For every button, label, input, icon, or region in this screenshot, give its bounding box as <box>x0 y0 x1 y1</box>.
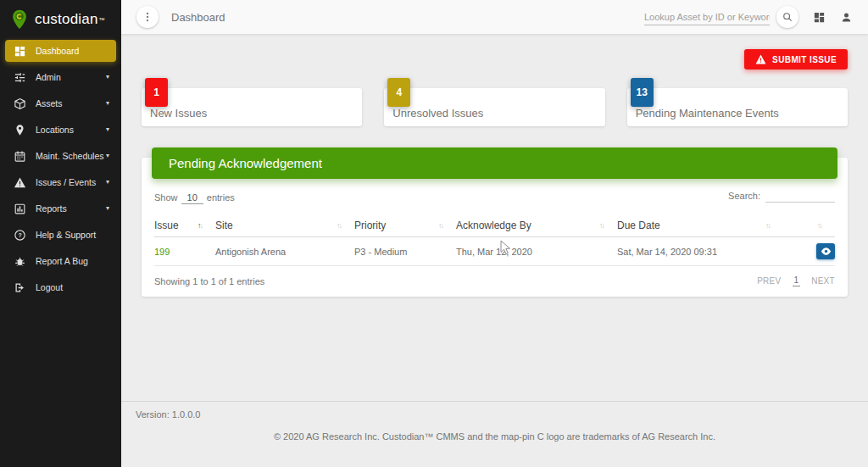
column-header-acknowledge-by[interactable]: Acknowledge By ↑↓ <box>456 214 617 237</box>
sidebar-item-admin[interactable]: Admin ▾ <box>5 66 116 88</box>
priority-cell: P3 - Medium <box>354 237 456 266</box>
chevron-down-icon: ▾ <box>106 74 109 81</box>
sidebar-item-report-bug[interactable]: Report A Bug <box>5 250 116 272</box>
sidebar-item-label: Reports <box>36 203 67 214</box>
column-header-due-date[interactable]: Due Date ↑↓ <box>617 214 783 237</box>
submit-issue-button[interactable]: SUBMIT ISSUE <box>744 49 848 69</box>
showing-entries-text: Showing 1 to 1 of 1 entries <box>154 276 264 286</box>
calendar-icon <box>13 149 26 163</box>
search-icon <box>782 11 793 23</box>
question-circle-icon: ? <box>13 228 26 242</box>
sidebar-item-label: Issues / Events <box>36 177 96 187</box>
sidebar-toggle-button[interactable] <box>136 6 159 28</box>
main-area: Dashboard <box>121 0 868 467</box>
sidebar-item-dashboard[interactable]: Dashboard <box>5 40 116 62</box>
table-search-input[interactable] <box>765 188 835 203</box>
stat-card-new-issues[interactable]: 1 New Issues <box>142 88 362 126</box>
sidebar-item-reports[interactable]: Reports ▾ <box>5 197 116 220</box>
table-controls: Show10entries Search: <box>154 188 835 203</box>
table-header-row: Issue ↑↓ Site ↑↓ Priority ↑↓ <box>154 214 835 237</box>
pagination-prev[interactable]: PREV <box>757 276 781 286</box>
submit-row: SUBMIT ISSUE <box>142 49 848 69</box>
stat-card-pending-maintenance[interactable]: 13 Pending Maintenance Events <box>627 88 848 126</box>
show-label: Show <box>154 192 178 203</box>
asset-search-input[interactable] <box>644 9 770 25</box>
table-row: 199 Antigonish Arena P3 - Medium Thu, Ma… <box>154 237 835 266</box>
table-footer: Showing 1 to 1 of 1 entries PREV 1 NEXT <box>154 275 835 286</box>
chevron-down-icon: ▾ <box>106 205 109 212</box>
panel-title: Pending Acknowledgement <box>152 147 837 179</box>
sidebar-item-help-support[interactable]: ? Help & Support <box>5 224 116 246</box>
stat-card-unresolved-issues[interactable]: 4 Unresolved Issues <box>384 88 604 126</box>
page-length-select[interactable]: 10 <box>181 192 203 204</box>
map-pin-icon <box>13 123 26 136</box>
sidebar-item-label: Report A Bug <box>36 256 88 266</box>
copyright-text: © 2020 AG Research Inc. Custodian™ CMMS … <box>121 431 868 442</box>
sliders-icon <box>13 70 26 84</box>
table-search-control: Search: <box>728 188 835 203</box>
issue-id-link[interactable]: 199 <box>154 247 170 257</box>
sidebar-item-locations[interactable]: Locations ▾ <box>5 119 116 141</box>
sidebar-item-maint-schedules[interactable]: Maint. Schedules ▾ <box>5 145 116 167</box>
sidebar-item-assets[interactable]: Assets ▾ <box>5 92 116 114</box>
column-header-actions[interactable]: ↑↓ <box>783 214 835 237</box>
stat-label: New Issues <box>150 107 207 120</box>
sidebar-item-label: Help & Support <box>36 230 96 240</box>
column-header-site[interactable]: Site ↑↓ <box>215 214 354 237</box>
page-title: Dashboard <box>171 11 225 24</box>
version-text: Version: 1.0.0.0 <box>121 409 868 420</box>
sort-icon: ↑↓ <box>765 221 770 230</box>
sort-icon: ↑↓ <box>599 221 604 230</box>
sidebar-item-label: Logout <box>36 282 63 292</box>
apps-grid-icon[interactable] <box>813 11 826 24</box>
map-pin-logo-icon <box>11 9 28 30</box>
brand-home-link[interactable]: custodian ™ <box>0 0 121 38</box>
sidebar-item-issues-events[interactable]: Issues / Events ▾ <box>5 171 116 193</box>
chevron-down-icon: ▾ <box>106 153 109 159</box>
stat-count-badge: 4 <box>387 78 410 107</box>
search-button[interactable] <box>776 6 798 28</box>
svg-text:?: ? <box>18 232 21 238</box>
sidebar-item-label: Maint. Schedules <box>36 151 104 161</box>
search-label: Search: <box>728 191 760 201</box>
acknowledge-by-cell: Thu, Mar 12, 2020 <box>456 237 617 266</box>
sidebar-item-logout[interactable]: Logout <box>5 276 116 298</box>
sidebar-item-label: Assets <box>36 98 63 108</box>
sidebar-nav: Dashboard Admin ▾ Assets ▾ <box>0 38 121 304</box>
sort-icon: ↑↓ <box>438 221 442 230</box>
column-header-issue[interactable]: Issue ↑↓ <box>154 214 215 237</box>
chevron-down-icon: ▾ <box>106 126 109 133</box>
brand-name: custodian <box>35 11 98 28</box>
sort-icon: ↑↓ <box>337 221 341 230</box>
topbar: Dashboard <box>121 0 868 34</box>
topbar-right <box>644 6 853 28</box>
sidebar-item-label: Dashboard <box>36 46 79 56</box>
box-icon <box>13 97 26 110</box>
user-icon[interactable] <box>840 11 853 24</box>
pagination-page-1[interactable]: 1 <box>793 275 801 286</box>
content-area: SUBMIT ISSUE 1 New Issues 4 Unresolved I… <box>121 34 868 401</box>
eye-icon <box>821 247 832 256</box>
logout-icon <box>13 281 26 294</box>
pending-acknowledgement-panel: Pending Acknowledgement Show10entries Se… <box>142 147 848 297</box>
pagination: PREV 1 NEXT <box>757 275 835 286</box>
stat-count-badge: 1 <box>145 78 168 107</box>
sort-icon: ↑↓ <box>817 221 821 230</box>
pagination-next[interactable]: NEXT <box>811 276 835 286</box>
stat-label: Unresolved Issues <box>392 107 483 120</box>
submit-issue-label: SUBMIT ISSUE <box>772 55 837 64</box>
column-header-priority[interactable]: Priority ↑↓ <box>354 214 456 237</box>
app-root: custodian ™ Dashboard Admin ▾ <box>0 0 868 467</box>
stat-cards: 1 New Issues 4 Unresolved Issues 13 Pend… <box>142 88 848 126</box>
bar-chart-icon <box>13 202 26 215</box>
view-issue-button[interactable] <box>816 243 835 259</box>
dashboard-icon <box>13 44 26 58</box>
entries-label: entries <box>207 192 235 203</box>
page-length-control: Show10entries <box>154 192 235 203</box>
site-cell: Antigonish Arena <box>215 237 354 266</box>
bug-icon <box>13 254 26 268</box>
warning-triangle-icon <box>13 175 26 189</box>
issues-table: Issue ↑↓ Site ↑↓ Priority ↑↓ <box>154 214 835 266</box>
sidebar-item-label: Locations <box>36 125 74 135</box>
stat-count-badge: 13 <box>631 78 654 107</box>
